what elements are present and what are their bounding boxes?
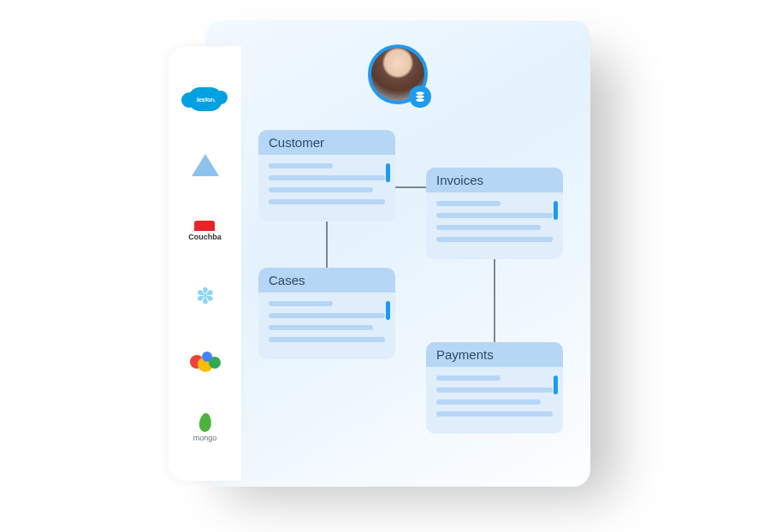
drag-handle-icon[interactable] [386,301,390,320]
drag-handle-icon[interactable] [554,201,558,220]
salesforce-cloud-icon: salesforce [188,87,222,111]
field-placeholder [436,213,553,218]
field-placeholder [269,199,385,204]
couchbase-icon [194,221,215,231]
entity-customer[interactable]: Customer [258,130,395,222]
field-placeholder [269,325,373,330]
field-placeholder [269,187,373,192]
entity-body [258,155,395,222]
field-placeholder [436,225,541,230]
entity-cases[interactable]: Cases [258,268,395,359]
azure-triangle-icon [192,154,219,176]
field-placeholder [436,387,553,393]
entity-body [426,192,563,259]
user-avatar[interactable] [368,44,428,104]
drag-handle-icon[interactable] [554,375,558,394]
integration-label: salesforce [190,97,220,103]
integration-label: Couchba [188,233,222,241]
field-placeholder [269,313,385,318]
svg-point-0 [416,92,424,95]
entity-invoices[interactable]: Invoices [426,168,563,259]
entity-title: Cases [258,268,395,293]
field-placeholder [436,375,500,381]
entity-title: Invoices [426,168,563,192]
field-placeholder [269,175,385,180]
entity-body [426,367,563,434]
integration-label: mongo [193,434,217,442]
field-placeholder [436,237,553,242]
integration-salesforce[interactable]: salesforce [183,77,228,121]
main-card: salesforce Couchba ✽ [205,21,590,487]
integration-couchbase[interactable]: Couchba [183,209,228,253]
entity-title: Customer [258,130,395,155]
svg-point-1 [416,95,424,98]
integration-snowflake[interactable]: ✽ [183,274,228,318]
database-stack-icon [414,91,426,103]
avatar-badge [409,86,431,108]
integration-mongodb[interactable]: mongo [183,405,228,450]
entity-payments[interactable]: Payments [426,342,563,434]
entity-title: Payments [426,342,563,367]
snowflake-icon: ✽ [196,283,215,310]
field-placeholder [436,201,500,206]
integration-google-cloud[interactable] [183,340,228,384]
field-placeholder [269,337,385,342]
diagram-stage: salesforce Couchba ✽ [171,21,616,499]
field-placeholder [269,163,333,168]
field-placeholder [436,411,553,417]
field-placeholder [269,301,333,306]
google-cloud-icon [190,352,221,372]
field-placeholder [436,399,541,405]
svg-point-2 [416,98,424,102]
integration-azure[interactable] [183,143,228,187]
mongodb-leaf-icon [198,412,212,432]
drag-handle-icon[interactable] [386,163,390,182]
integrations-sidebar: salesforce Couchba ✽ [169,46,241,481]
entity-body [258,293,395,359]
